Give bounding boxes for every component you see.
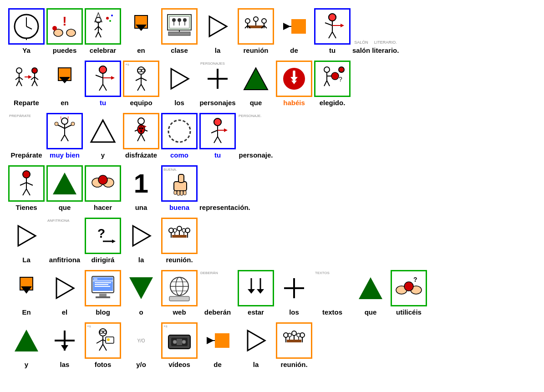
label-celebrar: celebrar <box>90 46 116 54</box>
icon-o <box>123 270 159 306</box>
icon-en6 <box>8 270 45 306</box>
svg-marker-60 <box>28 75 32 79</box>
svg-line-207 <box>97 340 103 343</box>
svg-point-7 <box>52 26 57 31</box>
cell-que6: que <box>352 270 389 316</box>
svg-line-139 <box>20 183 26 185</box>
label-habeis: habéis <box>283 99 305 107</box>
cell-tu2: tu <box>85 61 121 107</box>
svg-line-65 <box>32 81 35 86</box>
svg-marker-86 <box>171 69 188 89</box>
svg-rect-222 <box>287 340 301 342</box>
label-las7: las <box>60 361 70 368</box>
svg-line-12 <box>96 32 98 37</box>
svg-rect-175 <box>94 278 97 280</box>
svg-point-146 <box>98 175 107 184</box>
svg-point-16 <box>111 15 113 16</box>
tiny-preparate: PREPÁRATE <box>9 114 31 118</box>
cell-de7: de <box>199 322 236 368</box>
svg-point-76 <box>99 66 107 73</box>
svg-line-2 <box>26 26 32 29</box>
row-3: PREPÁRATE Prepárate ! ! <box>8 113 536 159</box>
label-anfitriona: anfitriona <box>49 256 80 264</box>
svg-rect-180 <box>96 296 110 298</box>
label-deberan: deberán <box>204 308 231 316</box>
cell-equipo: +s equipo <box>123 61 159 107</box>
svg-rect-179 <box>99 294 107 296</box>
tiny-personajes: PERSONAJES <box>200 61 225 66</box>
label-tu2: tu <box>100 99 106 107</box>
label-buena: buena <box>169 204 189 211</box>
label-web: web <box>173 308 186 316</box>
cell-yo: Y/O y/o <box>123 322 159 368</box>
icon-los <box>161 61 198 97</box>
svg-rect-148 <box>178 174 184 183</box>
svg-text:!: ! <box>60 117 61 120</box>
cell-el6: el <box>46 270 83 316</box>
label-representacion: representación. <box>199 204 250 211</box>
label-fotos: fotos <box>95 361 112 368</box>
svg-marker-202 <box>61 345 68 351</box>
svg-point-197 <box>404 282 413 291</box>
svg-point-102 <box>339 67 344 72</box>
cell-que2: que <box>46 165 83 211</box>
svg-text:?: ? <box>97 226 105 240</box>
cell-salon: SALÓN salón <box>352 15 370 54</box>
tiny-equipo: +s <box>125 62 129 66</box>
svg-marker-189 <box>248 289 255 294</box>
icon-blog <box>85 270 121 306</box>
icon-la <box>199 8 236 45</box>
cell-elegido: ? elegido. <box>314 61 351 107</box>
label-literario: literario. <box>372 46 399 54</box>
icon-que <box>238 61 274 97</box>
icon-textos: TEXTOS <box>314 270 351 306</box>
cell-en6: En <box>8 270 45 316</box>
cell-reunion1: reunión <box>238 8 274 54</box>
svg-point-227 <box>292 331 296 336</box>
svg-rect-211 <box>106 337 114 343</box>
svg-marker-181 <box>129 277 153 299</box>
icon-de <box>276 8 312 45</box>
svg-marker-30 <box>209 16 227 36</box>
cell-la7: la <box>238 322 274 368</box>
icon-anfitriona: ANFITRIONA <box>46 218 83 254</box>
svg-line-55 <box>15 77 19 80</box>
icon-tu2 <box>85 61 121 97</box>
cell-estar: estar <box>238 270 274 316</box>
cell-anfitriona: ANFITRIONA anfitriona <box>46 218 83 264</box>
svg-line-141 <box>23 189 26 195</box>
label-personaje: personaje. <box>239 151 273 159</box>
svg-line-83 <box>141 78 147 81</box>
cell-hacer: hacer <box>85 165 121 211</box>
svg-line-56 <box>19 77 23 80</box>
label-videos: vídeos <box>168 361 190 368</box>
label-dirigira: dirigirá <box>92 256 115 264</box>
svg-point-36 <box>262 19 266 23</box>
svg-point-53 <box>16 68 22 73</box>
cell-dirigira: ? dirigirá <box>85 218 121 264</box>
icon-las7 <box>46 322 83 359</box>
row-1: Ya ! puedes <box>8 8 536 54</box>
svg-point-163 <box>177 226 182 231</box>
cell-la5b: la <box>123 218 159 264</box>
svg-line-108 <box>57 125 65 128</box>
cell-los6: los <box>276 270 312 316</box>
svg-line-113 <box>65 135 68 141</box>
row-7: y las +s <box>8 322 536 368</box>
cell-videos: +s vídeos <box>161 322 198 368</box>
cell-la: la <box>199 8 236 54</box>
label-de: de <box>290 46 298 54</box>
cell-los: los <box>161 61 198 107</box>
tiny-personaje: PERSONAJE. <box>239 114 262 118</box>
cell-tu1: tu <box>314 8 351 54</box>
icon-equipo: +s <box>123 61 159 97</box>
tiny-fotos: +s <box>87 324 91 328</box>
label-preparate: Prepárate <box>10 151 42 159</box>
svg-marker-156 <box>112 239 116 243</box>
label-de7: de <box>214 361 222 368</box>
svg-point-124 <box>139 127 141 129</box>
cell-muy-bien: ! ! muy bien <box>46 113 83 159</box>
icon-los6 <box>276 270 312 306</box>
label-y3: y <box>101 151 105 159</box>
svg-line-63 <box>31 77 35 80</box>
